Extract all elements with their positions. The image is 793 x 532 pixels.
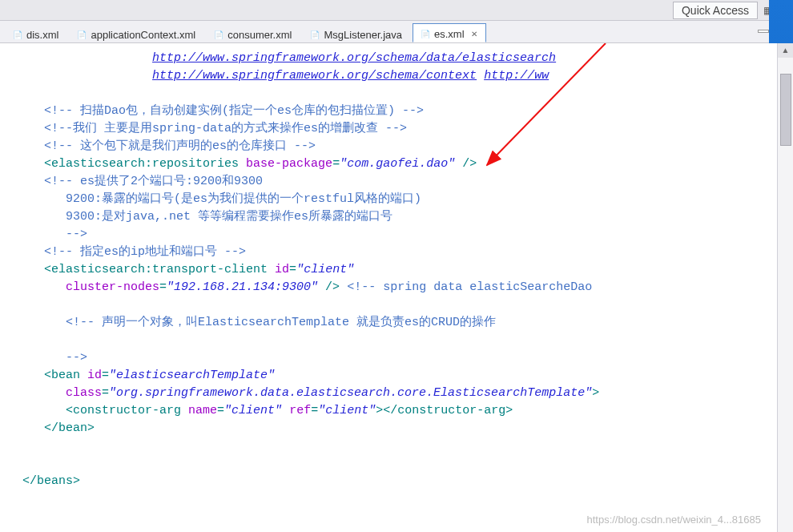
editor-tabbar: 📄 dis.xml 📄 applicationContext.xml 📄 con… [0, 21, 793, 43]
xml-file-icon: 📄 [213, 29, 224, 40]
tab-dis-xml[interactable]: 📄 dis.xml [5, 23, 67, 42]
quick-access-field[interactable]: Quick Access [673, 2, 758, 19]
tab-es-xml[interactable]: 📄 es.xml ✕ [413, 23, 486, 42]
xml-file-icon: 📄 [12, 29, 23, 40]
tab-msglistener-java[interactable]: 📄 MsgListener.java [302, 23, 411, 42]
editor-minimize-button[interactable] [758, 30, 769, 33]
tab-label: es.xml [434, 28, 465, 40]
tab-label: applicationContext.xml [91, 29, 195, 41]
vertical-scrollbar[interactable]: ▲ [777, 43, 793, 532]
top-toolbar: Quick Access ▦ ◧ [0, 0, 793, 21]
java-file-icon: 📄 [309, 29, 320, 40]
watermark-text: https://blog.csdn.net/weixin_4...81685 [586, 514, 761, 526]
tab-label: MsgListener.java [324, 29, 402, 41]
scroll-up-arrow[interactable]: ▲ [778, 43, 793, 58]
tab-applicationcontext-xml[interactable]: 📄 applicationContext.xml [69, 23, 204, 42]
scroll-thumb[interactable] [780, 74, 791, 146]
xml-file-icon: 📄 [76, 29, 87, 40]
tab-consumer-xml[interactable]: 📄 consumer.xml [206, 23, 300, 42]
code-editor[interactable]: http://www.springframework.org/schema/da… [0, 43, 793, 532]
xml-file-icon: 📄 [420, 29, 431, 40]
close-icon[interactable]: ✕ [471, 30, 477, 38]
code-content: http://www.springframework.org/schema/da… [22, 50, 793, 490]
tab-label: consumer.xml [227, 29, 292, 41]
tab-label: dis.xml [26, 29, 58, 41]
